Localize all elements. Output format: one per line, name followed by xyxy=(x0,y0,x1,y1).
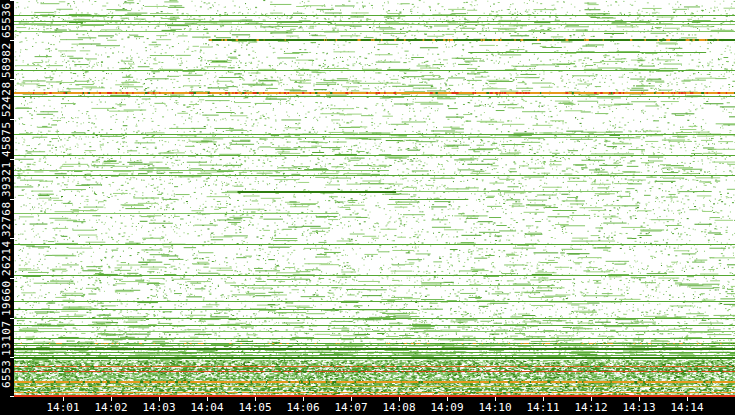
y-tick xyxy=(10,278,14,279)
x-tick-label: 14:05 xyxy=(233,401,277,414)
x-tick-label: 14:02 xyxy=(89,401,133,414)
x-tick-label: 14:13 xyxy=(617,401,661,414)
y-tick-label: 13107 xyxy=(1,320,13,356)
y-tick-label: 26214 xyxy=(1,240,13,276)
port-activity-visualization: 0655313107196602621432768393214587552428… xyxy=(0,0,735,415)
x-tick-label: 14:11 xyxy=(521,401,565,414)
x-tick-label: 14:10 xyxy=(473,401,517,414)
x-axis: 14:0114:0214:0314:0414:0514:0614:0714:08… xyxy=(0,397,735,415)
x-tick-label: 14:09 xyxy=(425,401,469,414)
y-tick xyxy=(10,238,14,239)
x-tick-label: 14:06 xyxy=(281,401,325,414)
y-tick xyxy=(10,0,14,1)
scatter-plot-canvas[interactable] xyxy=(14,0,735,397)
y-tick-label: 19660 xyxy=(1,280,13,316)
y-axis: 0655313107196602621432768393214587552428… xyxy=(0,0,14,397)
y-tick xyxy=(10,318,14,319)
y-tick-label: 32768 xyxy=(1,201,13,237)
y-tick-label: 39321 xyxy=(1,161,13,197)
y-tick-label: 6553 xyxy=(1,360,13,389)
y-tick xyxy=(10,159,14,160)
x-tick-label: 14:03 xyxy=(137,401,181,414)
y-tick xyxy=(10,79,14,80)
x-tick-label: 14:01 xyxy=(41,401,85,414)
x-tick-label: 14:14 xyxy=(665,401,709,414)
y-tick-label: 45875 xyxy=(1,121,13,157)
x-tick-label: 14:08 xyxy=(377,401,421,414)
y-tick xyxy=(10,40,14,41)
y-tick-label: 58982 xyxy=(1,42,13,78)
y-tick-label: 65536 xyxy=(1,2,13,38)
x-tick-label: 14:04 xyxy=(185,401,229,414)
y-tick xyxy=(10,119,14,120)
y-tick xyxy=(10,199,14,200)
x-tick-label: 14:12 xyxy=(569,401,613,414)
x-tick-label: 14:07 xyxy=(329,401,373,414)
y-tick xyxy=(10,357,14,358)
y-tick-label: 52428 xyxy=(1,81,13,117)
